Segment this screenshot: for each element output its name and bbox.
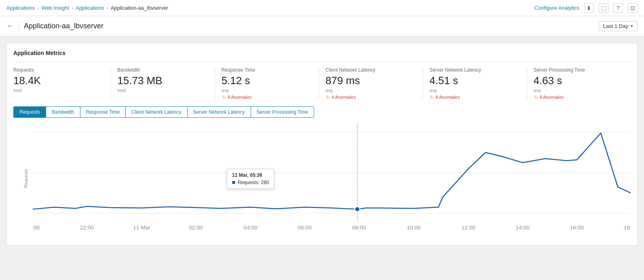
svg-text:02:00: 02:00: [189, 225, 203, 231]
breadcrumb-current: Application-aa_lbvserver: [111, 5, 168, 11]
help-icon[interactable]: ?: [613, 3, 623, 13]
application-metrics-card: Application Metrics Requests18.4KtotalBa…: [6, 43, 638, 246]
anomaly-badge-2: ⚠9 Anomalies: [222, 94, 312, 100]
svg-text:16:00: 16:00: [570, 225, 584, 231]
anomaly-badge-5: ⚠8 Anomalies: [534, 94, 624, 100]
download-icon[interactable]: ⬇: [584, 3, 594, 13]
svg-text:06:00: 06:00: [298, 225, 312, 231]
chart-tab-server-processing-time[interactable]: Server Processing Time: [251, 106, 314, 118]
anomaly-badge-3: ⚠4 Anomalies: [325, 94, 416, 100]
svg-text:20:00: 20:00: [33, 225, 40, 231]
metric-value-1: 15.73 MB: [117, 74, 208, 87]
chart-tab-server-network-latency[interactable]: Server Network Latency: [187, 106, 251, 118]
page-title: Application-aa_lbvserver: [24, 22, 103, 30]
metric-sub-4: avg: [429, 88, 520, 93]
chart-tab-client-network-latency[interactable]: Client Network Latency: [125, 106, 187, 118]
time-range-selector[interactable]: Last 1 Day ▾: [599, 21, 638, 31]
metrics-grid: Requests18.4KtotalBandwidth15.73 MBtotal…: [13, 62, 631, 100]
warning-icon: ⚠: [325, 94, 330, 100]
breadcrumb-applications[interactable]: Applications: [6, 5, 35, 11]
back-button[interactable]: ←: [6, 22, 14, 30]
warning-icon: ⚠: [429, 94, 434, 100]
svg-text:08:00: 08:00: [352, 225, 366, 231]
warning-icon: ⚠: [534, 94, 538, 100]
metric-sub-5: avg: [534, 88, 624, 93]
svg-text:12:00: 12:00: [461, 225, 475, 231]
metric-value-0: 18.4K: [13, 74, 104, 87]
metric-sub-0: total: [13, 88, 104, 93]
requests-chart: 4K 2K 0 20:00 22:00 11 Mar 02:00: [33, 124, 631, 238]
metric-item-1: Bandwidth15.73 MBtotal: [111, 67, 215, 100]
chevron-down-icon: ▾: [631, 23, 633, 29]
chart-tab-response-time[interactable]: Response Time: [80, 106, 125, 118]
chart-tab-bandwidth[interactable]: Bandwidth: [46, 106, 80, 118]
svg-point-7: [355, 207, 360, 212]
page-header: ← Application-aa_lbvserver Last 1 Day ▾: [0, 16, 644, 36]
metric-item-3: Client Network Latency879 msavg⚠4 Anomal…: [319, 67, 423, 100]
metric-item-4: Server Network Latency4.51 savg⚠8 Anomal…: [423, 67, 527, 100]
header-divider: [19, 21, 19, 32]
metric-value-5: 4.63 s: [534, 74, 624, 87]
metric-value-3: 879 ms: [325, 74, 416, 87]
chart-container: Requests 4K 2K 0: [13, 118, 631, 239]
external-link-icon[interactable]: ⊡: [628, 3, 638, 13]
metric-item-5: Server Processing Time4.63 savg⚠8 Anomal…: [527, 67, 631, 100]
metrics-title: Application Metrics: [13, 50, 631, 56]
breadcrumb-web-insight[interactable]: Web Insight: [41, 5, 69, 11]
svg-text:22:00: 22:00: [80, 225, 94, 231]
metric-label-5: Server Processing Time: [534, 67, 624, 73]
metric-value-2: 5.12 s: [222, 74, 312, 87]
svg-text:11 Mar: 11 Mar: [133, 225, 150, 231]
anomaly-badge-4: ⚠8 Anomalies: [429, 94, 520, 100]
svg-text:10:00: 10:00: [407, 225, 420, 231]
chart-y-label: Requests: [23, 169, 28, 187]
chart-inner: 4K 2K 0 20:00 22:00 11 Mar 02:00: [33, 124, 631, 239]
share-icon[interactable]: ⬚: [599, 3, 608, 13]
warning-icon: ⚠: [222, 94, 226, 100]
chart-tab-requests[interactable]: Requests: [13, 106, 46, 118]
metric-label-3: Client Network Latency: [325, 67, 416, 73]
metric-label-2: Response Time: [222, 67, 312, 73]
metric-item-2: Response Time5.12 savg⚠9 Anomalies: [215, 67, 319, 100]
metric-sub-1: total: [117, 88, 208, 93]
metric-sub-3: avg: [325, 88, 416, 93]
configure-analytics-link[interactable]: Configure Analytics: [534, 5, 579, 11]
main-content: Application Metrics Requests18.4KtotalBa…: [0, 36, 644, 280]
metric-value-4: 4.51 s: [429, 74, 520, 87]
breadcrumb-applications-2[interactable]: Applications: [76, 5, 104, 11]
svg-text:14:00: 14:00: [516, 225, 530, 231]
metric-item-0: Requests18.4Ktotal: [13, 67, 111, 100]
time-range-label: Last 1 Day: [603, 23, 628, 29]
svg-text:04:00: 04:00: [244, 225, 258, 231]
metric-label-1: Bandwidth: [117, 67, 208, 73]
svg-text:18:00: 18:00: [624, 225, 631, 231]
page-header-left: ← Application-aa_lbvserver: [6, 21, 103, 32]
metric-label-4: Server Network Latency: [429, 67, 520, 73]
metric-sub-2: avg: [222, 88, 312, 93]
breadcrumb: Applications › Web Insight › Application…: [6, 5, 168, 11]
top-nav: Applications › Web Insight › Application…: [0, 0, 644, 16]
top-nav-right: Configure Analytics ⬇ ⬚ ? ⊡: [534, 3, 638, 13]
chart-tabs: RequestsBandwidthResponse TimeClient Net…: [13, 106, 631, 118]
metric-label-0: Requests: [13, 67, 104, 73]
